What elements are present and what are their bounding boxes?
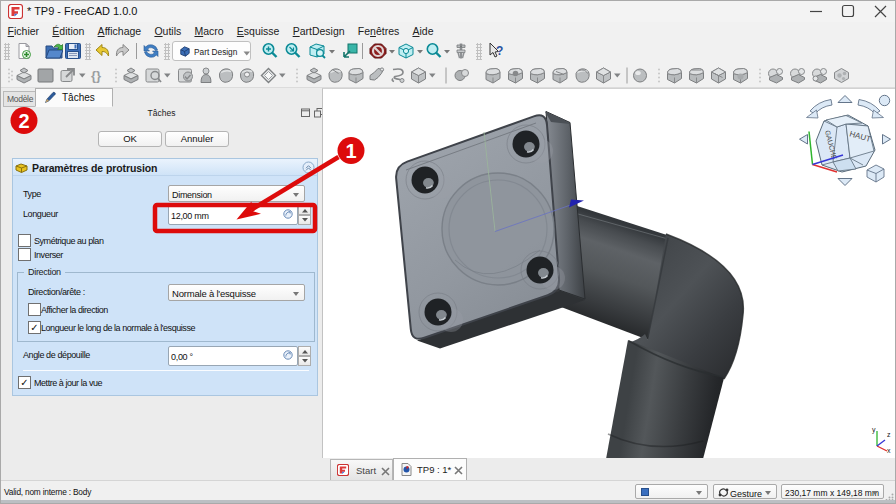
svg-text:{}: {} <box>91 68 101 83</box>
svg-text:y: y <box>872 426 876 434</box>
svg-text:z: z <box>887 431 891 438</box>
svg-text:x: x <box>887 447 891 454</box>
svg-text:?: ? <box>496 44 503 58</box>
